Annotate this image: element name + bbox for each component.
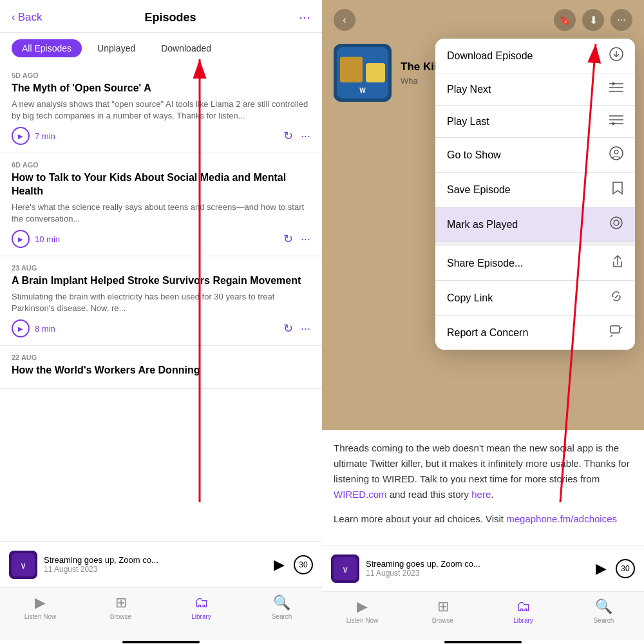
play-row: ▶ 7 min (12, 127, 55, 145)
list-item: 22 AUG How the World's Workers Are Donni… (0, 346, 322, 389)
episode-meta: ▶ 10 min ↻ ··· (12, 230, 310, 248)
bookmark-icon: 🔖 (558, 14, 571, 26)
tab-search[interactable]: 🔍 Search (242, 594, 322, 620)
tab-library[interactable]: 🗂 Library (161, 594, 242, 620)
now-playing-date: 11 August 2023 (44, 565, 267, 574)
chevron-left-icon: ‹ (343, 14, 346, 26)
menu-item-play-next[interactable]: Play Next (435, 73, 635, 106)
episode-more-icon[interactable]: ··· (301, 232, 310, 246)
filter-tabs: All Episodes Unplayed Downloaded (0, 33, 322, 64)
megaphone-link[interactable]: megaphone.fm/adchoices (506, 513, 617, 524)
bookmark-button[interactable]: 🔖 (554, 9, 576, 31)
now-playing-bar[interactable]: V Streaming goes up, Zoom co... 11 Augus… (0, 541, 322, 587)
menu-item-mark-as-played-label: Mark as Played (447, 219, 518, 231)
svg-rect-27 (611, 326, 620, 333)
episode-more-icon[interactable]: ··· (301, 322, 310, 336)
menu-item-report-concern[interactable]: Report a Concern (435, 316, 635, 350)
tab-search-label-right: Search (594, 617, 614, 624)
episode-meta: ▶ 8 min ↻ ··· (12, 319, 310, 337)
tab-listen-now-label-right: Listen Now (346, 617, 378, 624)
menu-item-download[interactable]: Download Episode (435, 39, 635, 73)
play-button[interactable]: ▶ (12, 230, 30, 248)
tab-unplayed[interactable]: Unplayed (87, 39, 146, 57)
episode-title: How to Talk to Your Kids About Social Me… (12, 171, 310, 198)
download-status-icon: ↻ (283, 321, 293, 336)
now-playing-bar-right[interactable]: V Streaming goes up, Zoom co... 11 Augus… (322, 545, 644, 591)
library-icon: 🗂 (194, 594, 209, 611)
episode-description: Stimulating the brain with electricity h… (12, 291, 310, 314)
tab-all-episodes[interactable]: All Episodes (12, 39, 82, 57)
download-button[interactable]: ⬇ (582, 9, 604, 31)
episode-more-icon[interactable]: ··· (301, 129, 310, 143)
episode-title: A Brain Implant Helped Stroke Survivors … (12, 274, 310, 288)
tab-browse[interactable]: ⊞ Browse (80, 594, 161, 620)
play-pause-button-right[interactable]: ▶ (596, 560, 607, 577)
menu-item-mark-as-played[interactable]: Mark as Played (435, 207, 635, 242)
tab-browse-right[interactable]: ⊞ Browse (402, 598, 483, 624)
tab-downloaded[interactable]: Downloaded (151, 39, 222, 57)
save-episode-icon (612, 181, 623, 198)
now-playing-title-right: Streaming goes up, Zoom co... (366, 559, 507, 569)
now-playing-thumbnail-right: V (331, 554, 359, 583)
episode-title: How the World's Workers Are Donning (12, 364, 310, 377)
report-concern-icon (609, 324, 623, 341)
library-icon-right: 🗂 (516, 598, 531, 615)
now-playing-date-right: 11 August 2023 (366, 569, 589, 578)
skip-forward-button-right[interactable]: 30 (616, 559, 635, 578)
list-item: 5D AGO The Myth of 'Open Source' A A new… (0, 64, 322, 153)
mark-as-played-icon (609, 216, 623, 233)
download-menu-icon (609, 47, 623, 64)
menu-item-download-label: Download Episode (447, 50, 533, 62)
back-button-right[interactable]: ‹ (334, 9, 355, 31)
tab-listen-now-right[interactable]: ▶ Listen Now (322, 598, 402, 624)
more-dots-icon: ··· (617, 14, 625, 26)
tab-listen-now[interactable]: ▶ Listen Now (0, 594, 80, 620)
home-indicator-right (444, 641, 522, 643)
episode-artwork-thumb: W (334, 44, 392, 102)
now-playing-controls-right: ▶ 30 (596, 559, 635, 578)
more-options-button-right[interactable]: ··· (611, 9, 632, 31)
episode-duration: 8 min (35, 324, 55, 334)
episodes-list: 5D AGO The Myth of 'Open Source' A A new… (0, 64, 322, 541)
episode-actions: ↻ ··· (283, 321, 310, 336)
episode-actions: ↻ ··· (283, 129, 310, 143)
tab-browse-label-right: Browse (432, 617, 453, 624)
svg-text:V: V (21, 563, 26, 570)
play-pause-button[interactable]: ▶ (274, 556, 285, 573)
svg-point-25 (611, 217, 622, 229)
home-indicator (122, 641, 200, 643)
play-button[interactable]: ▶ (12, 127, 30, 145)
tab-bar-left: ▶ Listen Now ⊞ Browse 🗂 Library 🔍 Search (0, 587, 322, 640)
back-label[interactable]: Back (18, 11, 43, 24)
play-row: ▶ 10 min (12, 230, 60, 248)
download-status-icon: ↻ (283, 232, 293, 246)
tab-library-right[interactable]: 🗂 Library (483, 598, 564, 624)
now-playing-thumbnail: V (9, 551, 37, 579)
episode-actions: ↻ ··· (283, 232, 310, 246)
more-options-button[interactable]: ··· (299, 9, 310, 26)
episode-date: 5D AGO (12, 71, 310, 79)
episode-duration: 7 min (35, 131, 55, 141)
wired-link[interactable]: WIRED.com (334, 489, 387, 500)
episode-description: Here's what the science really says abou… (12, 202, 310, 225)
search-icon-right: 🔍 (595, 598, 612, 615)
menu-item-play-last[interactable]: Play Last (435, 106, 635, 138)
now-playing-info: Streaming goes up, Zoom co... 11 August … (44, 555, 267, 574)
skip-forward-button[interactable]: 30 (294, 555, 313, 574)
browse-icon: ⊞ (115, 594, 127, 611)
back-button[interactable]: ‹ Back (12, 11, 42, 24)
menu-item-play-last-label: Play Last (447, 116, 489, 128)
svg-marker-22 (612, 122, 616, 126)
header-icons: 🔖 ⬇ ··· (554, 9, 632, 31)
menu-item-copy-link[interactable]: Copy Link (435, 281, 635, 316)
menu-item-go-to-show[interactable]: Go to Show (435, 138, 635, 173)
menu-item-save-episode[interactable]: Save Episode (435, 173, 635, 207)
episode-date: 6D AGO (12, 161, 310, 169)
menu-item-share-episode[interactable]: Share Episode... (435, 246, 635, 281)
svg-rect-11 (366, 63, 385, 82)
tab-search-right[interactable]: 🔍 Search (564, 598, 644, 624)
episode-date: 22 AUG (12, 354, 310, 361)
play-button[interactable]: ▶ (12, 319, 30, 337)
here-link[interactable]: here (471, 489, 491, 500)
svg-point-24 (614, 150, 618, 154)
